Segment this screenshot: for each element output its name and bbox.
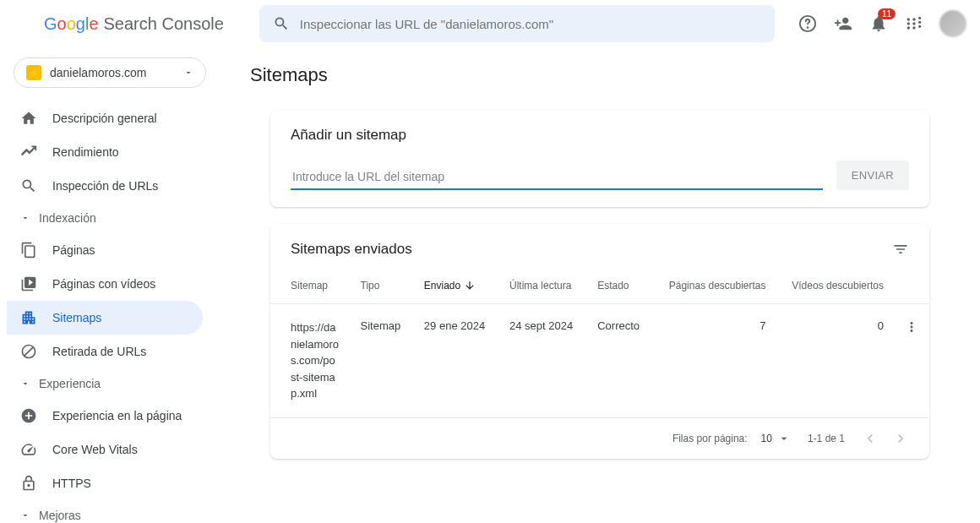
chevron-down-icon <box>20 379 30 389</box>
col-pages[interactable]: Páginas descubiertas <box>653 268 776 304</box>
section-experience[interactable]: Experiencia <box>7 368 213 399</box>
property-label: danielamoros.com <box>50 66 175 79</box>
speed-icon <box>20 441 37 458</box>
nav-label: Descripción general <box>52 112 157 125</box>
nav-label: Páginas <box>52 243 95 257</box>
chevron-down-icon <box>183 68 193 78</box>
apps-icon[interactable] <box>904 14 924 34</box>
sort-down-icon <box>464 280 476 291</box>
sitemaps-table: Sitemap Tipo Enviado Última lectura Esta… <box>270 268 929 418</box>
add-sitemap-title: Añadir un sitemap <box>291 127 909 144</box>
pages-icon <box>20 242 37 259</box>
home-icon <box>20 110 37 127</box>
cell-pages: 7 <box>653 304 776 418</box>
section-label: Mejoras <box>39 509 81 522</box>
search-icon <box>273 15 290 32</box>
nav-label: Core Web Vitals <box>52 443 138 456</box>
product-logo[interactable]: Google Search Console <box>44 14 224 34</box>
nav-label: Páginas con vídeos <box>52 277 155 291</box>
nav-label: HTTPS <box>52 477 91 490</box>
svg-point-1 <box>808 27 808 28</box>
property-selector[interactable]: ⚡ danielamoros.com <box>14 57 206 88</box>
menu-icon[interactable] <box>14 14 34 34</box>
video-icon <box>20 275 37 292</box>
nav-pages[interactable]: Páginas <box>7 233 203 267</box>
nav-removals[interactable]: Retirada de URLs <box>7 335 203 368</box>
col-status[interactable]: Estado <box>587 268 653 304</box>
filter-icon[interactable] <box>892 241 909 258</box>
pagination-range: 1-1 de 1 <box>808 433 845 444</box>
table-footer: Filas por página: 10 1-1 de 1 <box>270 418 929 459</box>
help-icon[interactable] <box>798 14 818 34</box>
nav-page-experience[interactable]: Experiencia en la página <box>7 399 203 433</box>
rows-per-page-value[interactable]: 10 <box>761 433 772 444</box>
nav-label: Retirada de URLs <box>52 345 146 358</box>
col-videos[interactable]: Vídeos descubiertos <box>776 268 894 304</box>
product-name: Search Console <box>104 14 224 34</box>
section-indexing[interactable]: Indexación <box>7 203 213 233</box>
col-last-read[interactable]: Última lectura <box>499 268 587 304</box>
page-title: Sitemaps <box>250 64 950 86</box>
cell-sent: 29 ene 2024 <box>414 304 499 418</box>
header-actions: 11 <box>798 10 966 37</box>
section-enhancements[interactable]: Mejoras <box>7 500 213 523</box>
more-icon[interactable] <box>904 319 919 335</box>
plus-circle-icon <box>20 407 37 424</box>
account-avatar[interactable] <box>939 10 966 37</box>
nav-https[interactable]: HTTPS <box>7 466 203 500</box>
users-icon[interactable] <box>833 14 853 34</box>
col-sent[interactable]: Enviado <box>414 268 499 304</box>
cell-url: https://danielamoros.com/post-sitemap.xm… <box>270 304 351 418</box>
block-icon <box>20 343 37 360</box>
next-page-icon[interactable] <box>892 430 909 447</box>
chevron-down-icon <box>20 213 30 223</box>
cell-last-read: 24 sept 2024 <box>499 304 587 418</box>
sent-sitemaps-card: Sitemaps enviados Sitemap Tipo Enviado <box>270 224 929 459</box>
url-inspect-search[interactable] <box>259 5 775 42</box>
chart-icon <box>20 144 37 161</box>
nav-label: Sitemaps <box>52 311 101 324</box>
nav-sitemaps[interactable]: Sitemaps <box>7 301 203 335</box>
sitemap-icon <box>20 309 37 326</box>
nav-url-inspection[interactable]: Inspección de URLs <box>7 169 203 203</box>
cell-videos: 0 <box>776 304 894 418</box>
section-label: Experiencia <box>39 377 101 390</box>
notification-badge: 11 <box>878 8 896 19</box>
sidebar: ⚡ danielamoros.com Descripción general R… <box>0 47 220 523</box>
nav-label: Inspección de URLs <box>52 179 158 193</box>
nav-performance[interactable]: Rendimiento <box>7 135 203 169</box>
nav-label: Rendimiento <box>52 145 119 159</box>
rows-per-page-label: Filas por página: <box>672 433 748 444</box>
submit-button[interactable]: ENVIAR <box>836 161 909 190</box>
property-favicon: ⚡ <box>26 65 41 80</box>
lock-icon <box>20 475 37 492</box>
add-sitemap-card: Añadir un sitemap ENVIAR <box>270 110 929 207</box>
nav-overview[interactable]: Descripción general <box>7 101 203 135</box>
section-label: Indexación <box>39 211 96 225</box>
table-row[interactable]: https://danielamoros.com/post-sitemap.xm… <box>270 304 929 418</box>
app-header: Google Search Console 11 <box>0 0 980 47</box>
nav-core-web-vitals[interactable]: Core Web Vitals <box>7 433 203 466</box>
notifications-icon[interactable]: 11 <box>868 14 889 34</box>
prev-page-icon[interactable] <box>862 430 879 447</box>
main-content: Sitemaps Añadir un sitemap ENVIAR Sitema… <box>220 47 980 523</box>
chevron-down-icon[interactable] <box>777 432 791 445</box>
sitemap-url-input[interactable] <box>291 165 823 190</box>
col-sitemap[interactable]: Sitemap <box>270 268 351 304</box>
search-icon <box>20 177 37 194</box>
cell-type: Sitemap <box>351 304 414 418</box>
url-inspect-input[interactable] <box>300 17 761 31</box>
col-type[interactable]: Tipo <box>351 268 414 304</box>
cell-status: Correcto <box>587 304 653 418</box>
sent-sitemaps-title: Sitemaps enviados <box>291 241 412 258</box>
nav-label: Experiencia en la página <box>52 409 182 422</box>
chevron-down-icon <box>20 510 30 520</box>
nav-video-pages[interactable]: Páginas con vídeos <box>7 267 203 301</box>
